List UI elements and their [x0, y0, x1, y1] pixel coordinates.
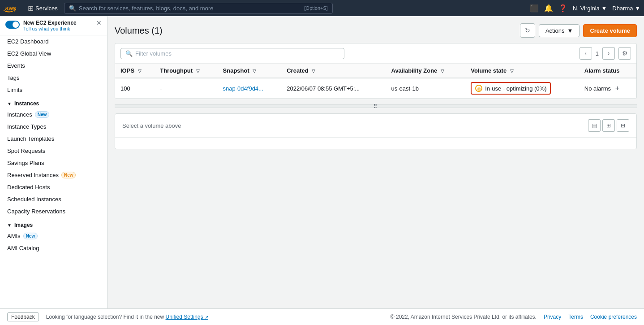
sidebar-item-dedicated-hosts[interactable]: Dedicated Hosts [0, 181, 107, 193]
cookie-link[interactable]: Cookie preferences [590, 314, 637, 320]
feedback-button[interactable]: Feedback [7, 312, 39, 321]
sidebar-item-label: Instance Types [7, 123, 46, 130]
sidebar: New EC2 Experience Tell us what you thin… [0, 16, 107, 325]
sidebar-item-label: AMI Catalog [7, 245, 39, 251]
app-layout: New EC2 Experience Tell us what you thin… [0, 16, 644, 325]
volumes-table: IOPS ▽ Throughput ▽ Snapshot ▽ Created [115, 64, 636, 99]
optimizing-icon: ◎ [475, 85, 482, 92]
col-label: IOPS [120, 67, 134, 74]
volume-state-badge: ◎ In-use - optimizing (0%) [471, 82, 551, 95]
col-throughput[interactable]: Throughput ▽ [155, 64, 217, 78]
col-snapshot[interactable]: Snapshot ▽ [218, 64, 282, 78]
region-selector[interactable]: N. Virginia ▼ [573, 5, 607, 12]
detail-view-btn-3[interactable]: ⊟ [617, 119, 629, 132]
table-header: IOPS ▽ Throughput ▽ Snapshot ▽ Created [115, 64, 636, 78]
sidebar-item-scheduled-instances[interactable]: Scheduled Instances [0, 193, 107, 205]
sidebar-item-spot-requests[interactable]: Spot Requests [0, 145, 107, 157]
new-ec2-link[interactable]: Tell us what you think [23, 26, 93, 31]
main-content: Volumes (1) ↻ Actions ▼ Create volume 🔍 [107, 16, 644, 309]
close-banner-button[interactable]: ✕ [96, 20, 102, 26]
page-header-actions: ↻ Actions ▼ Create volume [520, 23, 637, 38]
cloud-shell-icon[interactable]: ⬛ [530, 4, 539, 13]
sidebar-item-ec2-global-view[interactable]: EC2 Global View [0, 48, 107, 60]
detail-view-btn-1[interactable]: ▤ [588, 119, 601, 132]
col-label: Volume state [471, 67, 507, 74]
cell-alarm-status: No alarms + [579, 78, 636, 99]
split-handle[interactable]: ⠿ [115, 104, 637, 108]
sort-icon: ▽ [312, 69, 315, 74]
refresh-button[interactable]: ↻ [520, 23, 535, 38]
new-ec2-banner: New EC2 Experience Tell us what you thin… [0, 16, 107, 35]
sidebar-item-launch-templates[interactable]: Launch Templates [0, 133, 107, 145]
section-label: Instances [14, 100, 39, 107]
create-volume-button[interactable]: Create volume [583, 24, 637, 37]
sidebar-section-instances[interactable]: ▼ Instances [0, 96, 107, 108]
sidebar-item-instances[interactable]: Instances New [0, 108, 107, 121]
sidebar-item-amis[interactable]: AMIs New [0, 230, 107, 242]
alarm-status-text: No alarms [584, 85, 611, 92]
sidebar-item-instance-types[interactable]: Instance Types [0, 121, 107, 133]
global-search[interactable]: 🔍 [Option+S] [64, 3, 333, 14]
sidebar-item-label: Reserved Instances [7, 172, 59, 178]
terms-link[interactable]: Terms [568, 314, 583, 320]
volumes-table-card: 🔍 ‹ 1 › ⚙ IOPS ▽ [115, 43, 637, 99]
col-created[interactable]: Created ▽ [281, 64, 386, 78]
page-header: Volumes (1) ↻ Actions ▼ Create volume [115, 23, 637, 38]
sidebar-item-label: Scheduled Instances [7, 196, 61, 203]
actions-button[interactable]: Actions ▼ [539, 24, 580, 37]
detail-empty-message: Select a volume above [122, 122, 181, 129]
col-iops[interactable]: IOPS ▽ [115, 64, 155, 78]
snapshot-link[interactable]: snap-0d4f9d4... [223, 85, 263, 92]
user-menu[interactable]: Dharma ▼ [612, 5, 640, 12]
search-input[interactable] [79, 3, 302, 13]
detail-pane-header: Select a volume above ▤ ⊞ ⊟ [115, 114, 636, 138]
cell-throughput: - [155, 78, 217, 99]
sidebar-item-reserved-instances[interactable]: Reserved Instances New [0, 169, 107, 181]
footer-left: Feedback Looking for language selection?… [7, 312, 208, 321]
sidebar-item-capacity-reservations[interactable]: Capacity Reservations [0, 205, 107, 217]
col-label: Throughput [160, 67, 193, 74]
privacy-link[interactable]: Privacy [544, 314, 561, 320]
sidebar-item-label: Dedicated Hosts [7, 184, 50, 191]
cell-snapshot: snap-0d4f9d4... [218, 78, 282, 99]
table-row[interactable]: 100 - snap-0d4f9d4... 2022/06/07 08:55 G… [115, 78, 636, 99]
new-ec2-toggle[interactable] [5, 21, 20, 29]
prev-page-button[interactable]: ‹ [580, 47, 592, 60]
sidebar-item-label: EC2 Dashboard [7, 38, 49, 45]
search-icon: 🔍 [125, 50, 133, 57]
services-label: Services [35, 5, 58, 12]
next-page-button[interactable]: › [602, 47, 615, 60]
sidebar-item-ec2-dashboard[interactable]: EC2 Dashboard [0, 35, 107, 48]
external-link-icon: ↗ [205, 315, 208, 320]
unified-settings-link[interactable]: Unified Settings ↗ [166, 314, 208, 320]
copyright-text: © 2022, Amazon Internet Services Private… [391, 314, 537, 320]
aws-logo[interactable] [4, 3, 20, 13]
bell-icon[interactable]: 🔔 [544, 4, 553, 13]
services-menu[interactable]: ⊞ Services [25, 2, 60, 14]
add-alarm-button[interactable]: + [615, 84, 619, 92]
sidebar-item-tags[interactable]: Tags [0, 72, 107, 84]
col-alarm-status[interactable]: Alarm status [579, 64, 636, 78]
search-icon: 🔍 [69, 5, 76, 12]
col-availability-zone[interactable]: Availability Zone ▽ [386, 64, 465, 78]
column-settings-button[interactable]: ⚙ [618, 47, 631, 60]
help-icon[interactable]: ❓ [558, 4, 567, 13]
sidebar-item-label: Savings Plans [7, 160, 44, 166]
sidebar-item-events[interactable]: Events [0, 60, 107, 72]
detail-view-btn-2[interactable]: ⊞ [602, 119, 615, 132]
col-volume-state[interactable]: Volume state ▽ [465, 64, 579, 78]
sort-icon: ▽ [253, 69, 256, 74]
filter-input-wrap[interactable]: 🔍 [120, 48, 344, 59]
sidebar-item-savings-plans[interactable]: Savings Plans [0, 157, 107, 169]
sidebar-item-label: Limits [7, 87, 22, 93]
col-label: Snapshot [223, 67, 249, 74]
detail-view-buttons: ▤ ⊞ ⊟ [588, 119, 629, 132]
footer-right: © 2022, Amazon Internet Services Private… [391, 314, 637, 320]
col-label: Availability Zone [391, 67, 437, 74]
sidebar-item-limits[interactable]: Limits [0, 84, 107, 96]
sidebar-section-images[interactable]: ▼ Images [0, 217, 107, 230]
filter-input[interactable] [135, 50, 339, 57]
sidebar-item-label: Launch Templates [7, 135, 54, 142]
search-shortcut: [Option+S] [305, 5, 328, 11]
sidebar-item-ami-catalog[interactable]: AMI Catalog [0, 242, 107, 254]
